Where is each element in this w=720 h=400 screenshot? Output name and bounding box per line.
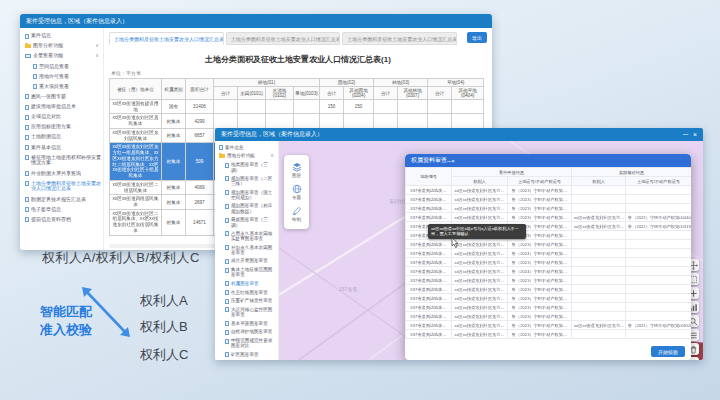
- verified-cert-cell: 鲁（2022）宁阳不动产权第003190号: [626, 222, 692, 231]
- sidebar-item[interactable]: 惠民一张图专题: [20, 92, 103, 102]
- window1-titlebar[interactable]: 案件受理信息，区域（案件信息录入）: [20, 14, 492, 28]
- declared-holder-cell: xx区xx街道东刘社区东方…: [452, 240, 508, 249]
- folder-icon: [25, 54, 31, 59]
- value-cell: [398, 100, 428, 114]
- collapse-caret-icon[interactable]: ∧: [270, 153, 276, 159]
- sidebar-label: 应用指标使用方案: [31, 124, 101, 130]
- tool-layers-button[interactable]: 图层: [284, 159, 309, 181]
- modal-table-row[interactable]: 337省道周边地块…xx区xx街道东刘社区东方…鲁（2023）宁阳不动产权第…: [406, 258, 692, 267]
- document-icon: [25, 105, 29, 110]
- review-tree-item[interactable]: 权属图形审查: [215, 279, 278, 288]
- review-tree-item[interactable]: 案件信息: [215, 143, 278, 152]
- sidebar-item[interactable]: 应用指标使用方案: [20, 122, 103, 132]
- collapse-caret-icon[interactable]: ∨: [95, 53, 101, 59]
- value-cell: [238, 114, 266, 128]
- sidebar-item[interactable]: 外业勘测大屏共享查询: [20, 168, 103, 178]
- window2-titlebar[interactable]: 案件受理信息，区域（案件信息录入） ─ ×: [215, 128, 703, 141]
- sidebar-item[interactable]: 提前信息资料存档: [20, 215, 103, 225]
- sidebar-item[interactable]: 被征用地土地使用权和补偿安置情况方案: [20, 153, 103, 169]
- minimize-icon[interactable]: ─: [683, 131, 688, 138]
- report-tab[interactable]: 土地分类面积及征收土地安置农业人口情况汇总表(2): [226, 32, 341, 45]
- review-tree-item[interactable]: 配套查看功能∧: [215, 359, 278, 360]
- verified-holder-cell: [572, 312, 626, 321]
- review-tree-item[interactable]: 补划永久基本农田图形审查: [215, 243, 278, 257]
- modal-table-row[interactable]: 337省道周边地块…xx区xx街道东刘社区东方…鲁（2023）宁阳不动产权第…: [406, 303, 692, 312]
- review-tree-item[interactable]: 申报范围规范性要求图形对比: [215, 337, 278, 351]
- declared-holder-cell: xx区xx街道东刘社区东方…: [452, 285, 508, 294]
- modal-table-row[interactable]: 337省道周边地块…xx区xx街道东刘社区东方…鲁（2023）宁阳不动产权第…x…: [406, 213, 692, 222]
- review-tree-item[interactable]: 生态红线图形审查: [215, 288, 278, 297]
- review-tree-item[interactable]: 矿区图形审查: [215, 350, 278, 359]
- review-tree-item[interactable]: 地类图形审查（三调）: [215, 161, 278, 175]
- declared-cert-cell: 鲁（2024）宁阳不动产权第…: [508, 249, 572, 258]
- modal-table-row[interactable]: 337省道周边地块…xx区xx街道东刘社区东方…鲁（2023）宁阳不动产权第…x…: [406, 321, 692, 330]
- close-icon[interactable]: ×: [693, 131, 697, 138]
- review-tree-item[interactable]: 最新图形审查（三调）: [215, 216, 278, 230]
- verified-holder-cell: [572, 204, 626, 213]
- review-tree-item[interactable]: 占用永久基本农田核实处置图形审查: [215, 229, 278, 243]
- close-icon[interactable]: ×: [451, 158, 455, 164]
- tool-globe-button[interactable]: 专题: [284, 181, 309, 203]
- document-icon: [33, 64, 37, 69]
- review-tree-item[interactable]: 基本草原图形审查: [215, 319, 278, 328]
- table-row[interactable]: xx区xx街道东刘社区居民集体村集体4299: [110, 114, 484, 128]
- review-tree-item[interactable]: 规划图形审查（国土空间规划）: [215, 188, 278, 202]
- table-row[interactable]: xx区xx街道国有建设用地国有31406150150: [110, 100, 484, 114]
- window1-title: 案件受理信息，区域（案件信息录入）: [26, 17, 128, 26]
- review-tree-item[interactable]: 大运河核心监控区图形审查: [215, 305, 278, 319]
- sidebar-label: 案件信息: [31, 33, 101, 39]
- sidebar-item[interactable]: 电子签章信息: [20, 205, 103, 215]
- modal-table-row[interactable]: 337省道周边地块…xx区xx街道东刘社区东方…鲁（2023）宁阳不动产权第…: [406, 195, 692, 204]
- sidebar-item[interactable]: 案件基本信息: [20, 142, 103, 152]
- modal-table-row[interactable]: 337省道周边地块…xx区xx街道东刘社区东方…鲁（2023）宁阳不动产权第…: [406, 186, 692, 195]
- plot-cell: 337省道周边地块…: [406, 258, 452, 267]
- plot-cell: 337省道周边地块…: [406, 240, 452, 249]
- declared-cert-cell: 鲁（2023）宁阳不动产权第…: [508, 186, 572, 195]
- verified-holder-cell: [572, 249, 626, 258]
- review-tree-item[interactable]: 压覆矿产核查性审查: [215, 297, 278, 306]
- sidebar-item[interactable]: 土地勘测信息: [20, 132, 103, 142]
- sidebar-item[interactable]: 图形分析功能∨: [20, 41, 103, 51]
- modal-table-row[interactable]: 337省道周边地块…xx区xx街道东刘社区东方…鲁（2023）宁阳不动产权第…: [406, 204, 692, 213]
- sidebar-item[interactable]: 重大项目查看: [20, 82, 103, 92]
- col-header-declared-holder: 权利人: [452, 177, 508, 186]
- review-tree-item[interactable]: 用地分析功能∧: [215, 152, 278, 161]
- review-tree-item[interactable]: 自然保护地图形审查: [215, 328, 278, 337]
- review-tree-item[interactable]: 规划图形审查（二区三线）: [215, 174, 278, 188]
- document-icon: [225, 218, 229, 223]
- export-button[interactable]: 导出: [467, 32, 487, 43]
- modal-table-row[interactable]: 337省道周边地块…xx区xx街道东刘社区东方…鲁（2024）宁阳不动产权第…: [406, 267, 692, 276]
- modal-titlebar[interactable]: 权属资料审查 ─ ×: [405, 154, 691, 167]
- window2-title: 案件受理信息，区域（案件信息录入）: [221, 130, 323, 139]
- modal-table-row[interactable]: 337省道周边地块…xx区xx街道东刘社区东方…鲁（2023）宁阳不动产权第…: [406, 240, 692, 249]
- sidebar-item[interactable]: 空间信息查看: [20, 61, 103, 71]
- modal-table-row[interactable]: 337省道周边地块…xx区xx街道东刘社区东方…鲁（2023）宁阳不动产权第…: [406, 294, 692, 303]
- sidebar-item[interactable]: 全景查看功能∨: [20, 51, 103, 61]
- sidebar-item[interactable]: 案件信息: [20, 31, 103, 41]
- review-tree-label: 用地分析功能: [227, 153, 268, 158]
- plot-cell: 337省道周边地块…: [406, 321, 452, 330]
- collapse-caret-icon[interactable]: ∨: [95, 43, 101, 49]
- start-verify-button[interactable]: 开始核验: [651, 346, 685, 357]
- report-tab[interactable]: 土地分类面积及征收土地安置农业人口情况汇总表(1): [109, 32, 224, 45]
- review-tree-item[interactable]: 规划图形审查（村庄规划数据）: [215, 202, 278, 216]
- modal-table-row[interactable]: 337省道周边地块…xx区xx街道东刘社区东方…鲁（2023）宁阳不动产权第…: [406, 312, 692, 321]
- review-tree-item[interactable]: 成片开发图形审查: [215, 257, 278, 266]
- sidebar-item[interactable]: 全域信息对比: [20, 112, 103, 122]
- review-tree-item[interactable]: 集体土地征收范围图形审查: [215, 266, 278, 280]
- modal-table-row[interactable]: 337省道周边地块…xx区xx街道东刘社区东方…鲁（2023）宁阳不动产权第…: [406, 276, 692, 285]
- sidebar-item[interactable]: 用地许可查看: [20, 72, 103, 82]
- col-header-verified-holder: 权利人: [572, 177, 626, 186]
- tool-draw-button[interactable]: 绘制: [284, 203, 309, 225]
- plot-cell: 337省道周边地块…: [406, 294, 452, 303]
- review-tree-label: 矿区图形审查: [231, 352, 276, 357]
- modal-table-row[interactable]: 337省道周边地块…xx区xx街道东刘社区东方…鲁（2023）宁阳不动产权第…: [406, 330, 692, 339]
- modal-table-row[interactable]: 337省道周边地块…xx区xx街道东刘社区东方…鲁（2023）宁阳不动产权第…: [406, 285, 692, 294]
- sidebar-item[interactable]: 建设用地审批信息单: [20, 102, 103, 112]
- report-tab[interactable]: 土地分类面积及征收土地安置农业人口情况汇总表(3): [342, 32, 457, 45]
- value-cell: [452, 114, 484, 128]
- tool-label: 绘制: [284, 217, 309, 222]
- sidebar-item[interactable]: 勘测定界技术报告汇总表: [20, 194, 103, 204]
- modal-table-row[interactable]: 337省道周边地块…xx区xx街道东刘社区东方…鲁（2024）宁阳不动产权第…: [406, 249, 692, 258]
- sidebar-item[interactable]: 土地分类面积及征收土地安置农业人口情况汇总表: [20, 179, 103, 195]
